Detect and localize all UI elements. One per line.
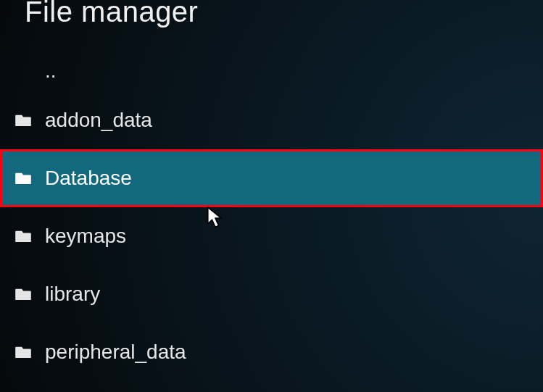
folder-icon [9, 114, 38, 127]
list-item-label: library [45, 283, 100, 306]
list-item-parent[interactable]: .. [0, 51, 543, 91]
list-item-label: peripheral_data [45, 341, 186, 364]
list-item[interactable]: peripheral_data [0, 323, 543, 381]
folder-icon [9, 346, 38, 359]
list-item[interactable]: addon_data [0, 91, 543, 149]
list-item[interactable]: Database [0, 149, 543, 207]
list-item-label: keymaps [45, 225, 126, 248]
list-item-label: .. [45, 59, 57, 83]
folder-icon [9, 172, 38, 185]
folder-icon [9, 288, 38, 301]
list-item-label: addon_data [45, 109, 152, 132]
list-item-label: Database [45, 167, 132, 190]
page-title: File manager [25, 0, 198, 28]
folder-icon [9, 230, 38, 243]
file-list: .. addon_data Database keymaps library p… [0, 51, 543, 381]
list-item[interactable]: library [0, 265, 543, 323]
list-item[interactable]: keymaps [0, 207, 543, 265]
